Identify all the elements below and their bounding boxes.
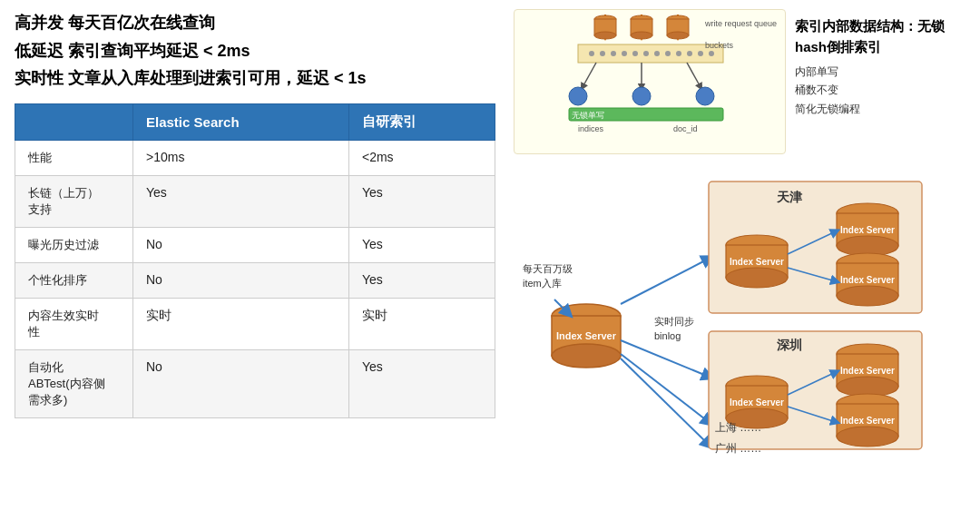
svg-text:天津: 天津 <box>776 190 803 204</box>
right-panel: write request queue <box>514 9 965 521</box>
svg-point-13 <box>589 51 594 56</box>
svg-text:Index Server: Index Server <box>556 330 617 341</box>
svg-point-17 <box>632 51 638 56</box>
table-cell-elastic: No <box>133 349 349 417</box>
svg-point-14 <box>600 51 605 56</box>
table-row: 曝光历史过滤NoYes <box>15 227 495 262</box>
table-cell-custom: Yes <box>348 227 495 262</box>
table-row: 自动化 ABTest(内容侧 需求多)NoYes <box>15 349 495 417</box>
table-cell-feature: 长链（上万） 支持 <box>15 175 133 227</box>
table-header-custom: 自研索引 <box>348 103 495 140</box>
table-cell-feature: 曝光历史过滤 <box>15 227 133 262</box>
table-row: 个性化排序NoYes <box>15 262 495 298</box>
hash-diagram-section: write request queue <box>514 9 965 154</box>
svg-text:Index Server: Index Server <box>730 257 784 267</box>
table-cell-feature: 内容生效实时 性 <box>15 298 133 349</box>
docid-label: doc_id <box>673 124 698 133</box>
svg-text:item入库: item入库 <box>523 278 562 289</box>
main-container: 高并发 每天百亿次在线查询 低延迟 索引查询平均延迟 < 2ms 实时性 文章从… <box>0 0 980 530</box>
svg-point-50 <box>726 268 788 288</box>
table-cell-elastic: >10ms <box>133 140 349 175</box>
svg-line-25 <box>583 63 596 87</box>
hash-section-text: 索引内部数据结构：无锁hash倒排索引 内部单写桶数不变简化无锁编程 <box>795 9 965 118</box>
headline-line-1: 高并发 每天百亿次在线查询 <box>15 9 495 37</box>
svg-line-44 <box>621 354 709 422</box>
table-row: 性能>10ms<2ms <box>15 140 495 175</box>
svg-text:无锁单写: 无锁单写 <box>572 111 604 120</box>
table-header-elastic: Elastic Search <box>133 103 349 140</box>
svg-text:Index Server: Index Server <box>840 416 895 426</box>
svg-point-21 <box>676 51 681 56</box>
headline-line-3: 实时性 文章从入库处理到进索引可用，延迟 < 1s <box>15 64 495 93</box>
svg-point-23 <box>698 51 703 56</box>
headlines-section: 高并发 每天百亿次在线查询 低延迟 索引查询平均延迟 < 2ms 实时性 文章从… <box>15 9 495 93</box>
table-cell-feature: 性能 <box>15 140 133 175</box>
svg-point-28 <box>569 87 587 105</box>
table-cell-feature: 自动化 ABTest(内容侧 需求多) <box>15 349 133 417</box>
svg-text:每天百万级: 每天百万级 <box>523 263 573 274</box>
table-cell-elastic: No <box>133 262 349 298</box>
hash-diagram: write request queue <box>514 9 786 154</box>
table-cell-elastic: Yes <box>133 175 349 227</box>
svg-line-42 <box>621 259 709 304</box>
svg-point-29 <box>632 87 651 105</box>
table-cell-elastic: No <box>133 227 349 262</box>
write-request-queue-label: write request queue <box>704 19 777 28</box>
svg-text:Index Server: Index Server <box>840 225 895 235</box>
svg-point-11 <box>667 32 689 39</box>
svg-point-30 <box>696 87 714 105</box>
svg-text:上海 ……: 上海 …… <box>715 421 761 434</box>
svg-point-58 <box>837 286 898 306</box>
svg-text:实时同步: 实时同步 <box>654 316 694 327</box>
table-cell-custom: Yes <box>348 175 495 227</box>
svg-point-74 <box>837 427 898 447</box>
internal-label: 内部单写桶数不变简化无锁编程 <box>795 63 965 118</box>
svg-line-27 <box>687 63 701 87</box>
table-cell-elastic: 实时 <box>133 298 349 349</box>
headline-line-2: 低延迟 索引查询平均延迟 < 2ms <box>15 37 495 65</box>
table-cell-custom: <2ms <box>348 140 495 175</box>
buckets-label: buckets <box>705 41 734 50</box>
svg-text:深圳: 深圳 <box>777 338 802 352</box>
left-panel: 高并发 每天百亿次在线查询 低延迟 索引查询平均延迟 < 2ms 实时性 文章从… <box>15 9 495 521</box>
table-cell-custom: Yes <box>348 262 495 298</box>
indices-label: indices <box>578 124 604 133</box>
table-cell-feature: 个性化排序 <box>15 262 133 298</box>
svg-point-20 <box>665 51 671 56</box>
svg-text:Index Server: Index Server <box>840 366 895 376</box>
svg-point-22 <box>687 51 692 56</box>
hash-title: 索引内部数据结构：无锁hash倒排索引 <box>795 16 965 57</box>
table-header-empty <box>15 103 133 140</box>
svg-point-8 <box>631 32 652 39</box>
svg-point-35 <box>552 344 621 368</box>
comparison-table: Elastic Search 自研索引 性能>10ms<2ms长链（上万） 支持… <box>15 103 495 418</box>
cluster-svg: Index Server 每天百万级 item入库 实时同步 binlog <box>514 163 931 463</box>
svg-point-24 <box>709 51 714 56</box>
svg-point-5 <box>594 32 616 39</box>
svg-text:广州 ……: 广州 …… <box>715 442 761 455</box>
table-row: 内容生效实时 性实时实时 <box>15 298 495 349</box>
svg-text:Index Server: Index Server <box>730 398 784 407</box>
svg-text:Index Server: Index Server <box>840 275 895 285</box>
svg-point-15 <box>611 51 616 56</box>
hash-svg: write request queue <box>514 10 787 155</box>
table-row: 长链（上万） 支持YesYes <box>15 175 495 227</box>
svg-point-19 <box>654 51 660 56</box>
svg-point-16 <box>622 51 627 56</box>
svg-point-18 <box>643 51 649 56</box>
svg-text:binlog: binlog <box>654 330 681 341</box>
table-cell-custom: Yes <box>348 349 495 417</box>
table-cell-custom: 实时 <box>348 298 495 349</box>
cluster-section: Index Server 每天百万级 item入库 实时同步 binlog <box>514 163 965 521</box>
